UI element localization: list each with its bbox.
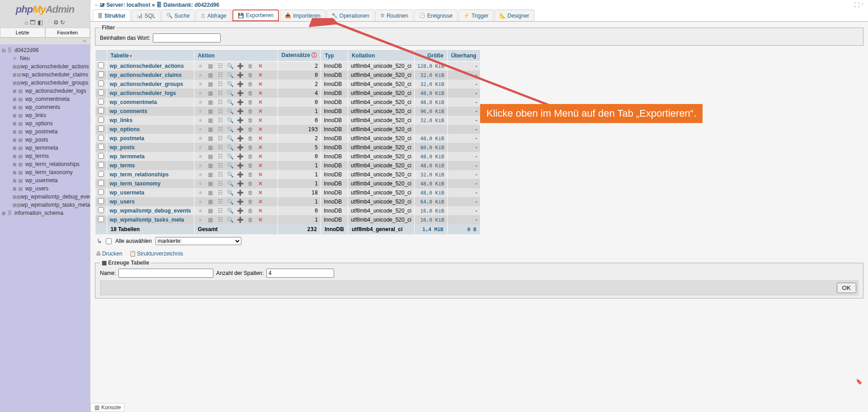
tree-table[interactable]: ⊞▦wp_actionscheduler_actions bbox=[0, 62, 90, 71]
empty-icon[interactable]: 🗑 bbox=[247, 217, 254, 223]
drop-icon[interactable]: ✕ bbox=[257, 162, 264, 169]
search-icon[interactable]: 🔍 bbox=[227, 199, 234, 205]
bookmark-icon[interactable]: 🔖 bbox=[856, 379, 863, 385]
search-icon[interactable]: 🔍 bbox=[227, 108, 234, 114]
search-icon[interactable]: 🔍 bbox=[227, 208, 234, 214]
favorite-icon[interactable]: ★ bbox=[197, 126, 204, 133]
row-checkbox[interactable] bbox=[98, 153, 104, 159]
row-checkbox[interactable] bbox=[98, 108, 104, 114]
col-type[interactable]: Typ bbox=[321, 50, 348, 62]
structure-icon[interactable]: ☷ bbox=[217, 144, 224, 151]
browse-icon[interactable]: ▦ bbox=[207, 208, 214, 214]
browse-icon[interactable]: ▦ bbox=[207, 135, 214, 142]
browse-icon[interactable]: ▦ bbox=[207, 171, 214, 178]
browse-icon[interactable]: ▦ bbox=[207, 108, 214, 114]
empty-icon[interactable]: 🗑 bbox=[247, 126, 254, 133]
browse-icon[interactable]: ▦ bbox=[207, 153, 214, 160]
browse-icon[interactable]: ▦ bbox=[207, 81, 214, 87]
table-link[interactable]: wp_commentmeta bbox=[107, 98, 194, 107]
row-checkbox[interactable] bbox=[98, 189, 104, 195]
table-link[interactable]: wp_usermeta bbox=[107, 188, 194, 197]
drop-icon[interactable]: ✕ bbox=[257, 81, 264, 87]
tree-table[interactable]: ⊞▦wp_actionscheduler_logs bbox=[0, 87, 90, 95]
back-arrow-icon[interactable]: ← bbox=[94, 1, 99, 8]
empty-icon[interactable]: 🗑 bbox=[247, 199, 254, 205]
insert-icon[interactable]: ➕ bbox=[237, 126, 244, 133]
drop-icon[interactable]: ✕ bbox=[257, 171, 264, 178]
tree-table[interactable]: ⊞▦wp_posts bbox=[0, 136, 90, 144]
drop-icon[interactable]: ✕ bbox=[257, 208, 264, 214]
browse-icon[interactable]: ▦ bbox=[207, 162, 214, 169]
tab-routinen[interactable]: ⚙Routinen bbox=[375, 9, 413, 21]
bulk-action-select[interactable]: markierte: bbox=[156, 237, 241, 245]
browse-icon[interactable]: ▦ bbox=[207, 63, 214, 69]
cols-input[interactable] bbox=[266, 269, 334, 278]
tree-table[interactable]: ⊞▦wp_wpmailsmtp_tasks_meta bbox=[0, 201, 90, 209]
table-link[interactable]: wp_term_relationships bbox=[107, 170, 194, 179]
empty-icon[interactable]: 🗑 bbox=[247, 108, 254, 114]
tree-table[interactable]: ⊞▦wp_links bbox=[0, 111, 90, 119]
browse-icon[interactable]: ▦ bbox=[207, 72, 214, 78]
insert-icon[interactable]: ➕ bbox=[237, 72, 244, 78]
structure-icon[interactable]: ☷ bbox=[217, 180, 224, 187]
empty-icon[interactable]: 🗑 bbox=[247, 90, 254, 96]
favorite-icon[interactable]: ★ bbox=[197, 208, 204, 214]
table-link[interactable]: wp_users bbox=[107, 197, 194, 206]
drop-icon[interactable]: ✕ bbox=[257, 135, 264, 142]
drop-icon[interactable]: ✕ bbox=[257, 126, 264, 133]
row-checkbox[interactable] bbox=[98, 171, 104, 177]
search-icon[interactable]: 🔍 bbox=[227, 189, 234, 196]
col-collation[interactable]: Kollation bbox=[348, 50, 414, 62]
search-icon[interactable]: 🔍 bbox=[227, 135, 234, 142]
tab-abfrage[interactable]: 🗒Abfrage bbox=[196, 9, 231, 21]
checkall-checkbox[interactable] bbox=[106, 238, 112, 244]
dict-link[interactable]: Strukturverzeichnis bbox=[137, 251, 183, 257]
drop-icon[interactable]: ✕ bbox=[257, 189, 264, 196]
structure-icon[interactable]: ☷ bbox=[217, 117, 224, 123]
tree-table[interactable]: ⊞▦wp_comments bbox=[0, 103, 90, 111]
empty-icon[interactable]: 🗑 bbox=[247, 144, 254, 151]
row-checkbox[interactable] bbox=[98, 99, 104, 104]
table-link[interactable]: wp_postmeta bbox=[107, 134, 194, 143]
tree-table[interactable]: ⊞▦wp_termmeta bbox=[0, 144, 90, 152]
search-icon[interactable]: 🔍 bbox=[227, 144, 234, 151]
favorite-icon[interactable]: ★ bbox=[197, 135, 204, 142]
col-overhead[interactable]: Überhang bbox=[447, 50, 480, 62]
row-checkbox[interactable] bbox=[98, 198, 104, 204]
favorite-icon[interactable]: ★ bbox=[197, 63, 204, 69]
tab-sql[interactable]: 📊SQL bbox=[132, 9, 160, 21]
favorite-icon[interactable]: ★ bbox=[197, 162, 204, 169]
insert-icon[interactable]: ➕ bbox=[237, 117, 244, 123]
favorite-icon[interactable]: ★ bbox=[197, 199, 204, 205]
empty-icon[interactable]: 🗑 bbox=[247, 81, 254, 87]
table-link[interactable]: wp_posts bbox=[107, 143, 194, 152]
structure-icon[interactable]: ☷ bbox=[217, 189, 224, 196]
insert-icon[interactable]: ➕ bbox=[237, 162, 244, 169]
structure-icon[interactable]: ☷ bbox=[217, 99, 224, 105]
insert-icon[interactable]: ➕ bbox=[237, 189, 244, 196]
insert-icon[interactable]: ➕ bbox=[237, 90, 244, 96]
tab-operationen[interactable]: 🔧Operationen bbox=[326, 9, 374, 21]
tree-info-schema[interactable]: ⊞🗄information_schema bbox=[0, 209, 90, 217]
row-checkbox[interactable] bbox=[98, 135, 104, 141]
drop-icon[interactable]: ✕ bbox=[257, 117, 264, 123]
structure-icon[interactable]: ☷ bbox=[217, 126, 224, 133]
tree-table[interactable]: ⊞▦wp_actionscheduler_claims bbox=[0, 71, 90, 79]
table-link[interactable]: wp_options bbox=[107, 125, 194, 134]
drop-icon[interactable]: ✕ bbox=[257, 217, 264, 223]
tab-recent[interactable]: Letzte bbox=[0, 28, 45, 38]
fullscreen-icon[interactable]: ⛶ bbox=[854, 2, 859, 8]
exit-icon[interactable]: 🗔 bbox=[30, 19, 36, 26]
console-bar[interactable]: ▥ Konsole bbox=[90, 403, 125, 412]
structure-icon[interactable]: ☷ bbox=[217, 153, 224, 160]
row-checkbox[interactable] bbox=[98, 90, 104, 95]
row-checkbox[interactable] bbox=[98, 180, 104, 186]
col-size[interactable]: Größe bbox=[415, 50, 448, 62]
table-link[interactable]: wp_actionscheduler_logs bbox=[107, 89, 194, 98]
insert-icon[interactable]: ➕ bbox=[237, 171, 244, 178]
table-link[interactable]: wp_actionscheduler_claims bbox=[107, 71, 194, 80]
insert-icon[interactable]: ➕ bbox=[237, 63, 244, 69]
settings-icon[interactable]: ⚙ bbox=[53, 19, 59, 26]
insert-icon[interactable]: ➕ bbox=[237, 180, 244, 187]
favorite-icon[interactable]: ★ bbox=[197, 72, 204, 78]
